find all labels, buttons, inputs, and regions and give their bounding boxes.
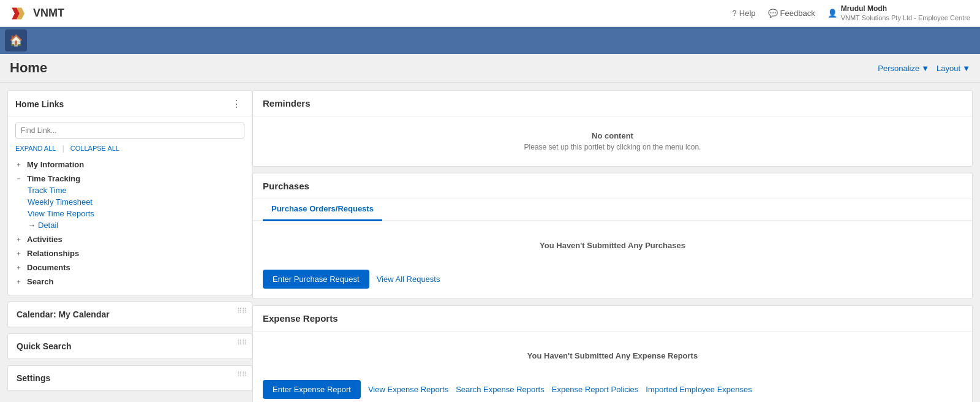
reminders-title: Reminders bbox=[263, 98, 311, 108]
tree-item-relationships-row[interactable]: ＋ Relationships bbox=[15, 248, 244, 259]
tab-purchase-orders-requests[interactable]: Purchase Orders/Requests bbox=[263, 199, 382, 221]
expand-all-button[interactable]: EXPAND ALL bbox=[15, 143, 56, 153]
calendar-title: Calendar: My Calendar bbox=[17, 309, 110, 319]
tree-sub-detail[interactable]: → Detail bbox=[28, 219, 244, 231]
tree-item-my-information-row[interactable]: ＋ My Information bbox=[15, 159, 244, 170]
page-actions: Personalize ▼ Layout ▼ bbox=[878, 64, 970, 73]
user-name: Mrudul Modh bbox=[841, 4, 970, 14]
expand-icon-activities: ＋ bbox=[15, 235, 24, 244]
sidebar: Home Links ⋮ EXPAND ALL | COLLAPSE ALL ＋… bbox=[7, 90, 252, 391]
tree-item-relationships: ＋ Relationships bbox=[15, 246, 244, 260]
nav-right: ? Help 💬 Feedback 👤 Mrudul Modh VNMT Sol… bbox=[733, 4, 970, 23]
find-link-input[interactable] bbox=[15, 123, 244, 138]
imported-employee-expenses-button[interactable]: Imported Employee Expenses bbox=[646, 385, 752, 394]
logo: VNMT bbox=[10, 4, 64, 23]
reminders-body: No content Please set up this portlet by… bbox=[253, 116, 972, 166]
enter-expense-report-button[interactable]: Enter Expense Report bbox=[263, 380, 361, 399]
reminders-no-content: No content bbox=[263, 131, 962, 140]
tree-item-label-relationships: Relationships bbox=[27, 249, 79, 258]
purchases-card: Purchases Purchase Orders/Requests You H… bbox=[252, 173, 973, 299]
feedback-button[interactable]: 💬 Feedback bbox=[768, 9, 815, 18]
expand-icon-documents: ＋ bbox=[15, 263, 24, 272]
page-header: Home Personalize ▼ Layout ▼ bbox=[0, 54, 980, 83]
user-org: VNMT Solutions Pty Ltd - Employee Centre bbox=[841, 13, 970, 22]
user-info: 👤 Mrudul Modh VNMT Solutions Pty Ltd - E… bbox=[827, 4, 970, 23]
purchases-header: Purchases bbox=[253, 173, 972, 199]
purchases-content: You Haven't Submitted Any Purchases Ente… bbox=[253, 221, 972, 298]
settings-drag-handle[interactable]: ⠿⠿ bbox=[237, 371, 247, 379]
tree-sub-link-view-time-reports[interactable]: View Time Reports bbox=[28, 208, 244, 219]
user-avatar-icon: 👤 bbox=[827, 9, 837, 18]
expense-empty-message: You Haven't Submitted Any Expense Report… bbox=[263, 341, 962, 370]
home-links-content: EXPAND ALL | COLLAPSE ALL ＋ My Informati… bbox=[8, 116, 252, 295]
enter-purchase-request-button[interactable]: Enter Purchase Request bbox=[263, 270, 369, 289]
personalize-button[interactable]: Personalize ▼ bbox=[878, 64, 929, 73]
expand-collapse-bar: EXPAND ALL | COLLAPSE ALL bbox=[15, 143, 244, 153]
help-button[interactable]: ? Help bbox=[733, 9, 756, 18]
home-links-title: Home Links bbox=[15, 99, 64, 109]
user-details: Mrudul Modh VNMT Solutions Pty Ltd - Emp… bbox=[841, 4, 970, 23]
expense-actions: Enter Expense Report View Expense Report… bbox=[263, 380, 962, 399]
tree-item-label-time-tracking: Time Tracking bbox=[27, 174, 80, 183]
quick-search-title: Quick Search bbox=[17, 341, 72, 351]
view-expense-reports-button[interactable]: View Expense Reports bbox=[368, 385, 448, 394]
reminders-card: Reminders No content Please set up this … bbox=[252, 90, 973, 167]
reminders-no-content-sub: Please set up this portlet by clicking o… bbox=[263, 143, 962, 151]
tree-item-label-search: Search bbox=[27, 277, 53, 286]
tree-item-documents-row[interactable]: ＋ Documents bbox=[15, 262, 244, 273]
logo-icon bbox=[10, 4, 29, 23]
tree-item-time-tracking: － Time Tracking Track Time Weekly Timesh… bbox=[15, 172, 244, 232]
tree-item-activities: ＋ Activities bbox=[15, 232, 244, 246]
calendar-drag-handle[interactable]: ⠿⠿ bbox=[237, 307, 247, 315]
expense-report-policies-button[interactable]: Expense Report Policies bbox=[552, 385, 639, 394]
reminders-header: Reminders bbox=[253, 91, 972, 116]
tree-item-label-my-information: My Information bbox=[27, 160, 84, 169]
tree-item-time-tracking-row[interactable]: － Time Tracking bbox=[15, 173, 244, 184]
expand-icon-relationships: ＋ bbox=[15, 249, 24, 258]
quick-search-drag-handle[interactable]: ⠿⠿ bbox=[237, 339, 247, 347]
tree-sub-items-time-tracking: Track Time Weekly Timesheet View Time Re… bbox=[15, 184, 244, 231]
collapse-all-button[interactable]: COLLAPSE ALL bbox=[70, 143, 119, 153]
page-title: Home bbox=[10, 60, 47, 76]
tree-item-label-activities: Activities bbox=[27, 235, 62, 244]
expand-icon-search: ＋ bbox=[15, 277, 24, 286]
feedback-label: Feedback bbox=[780, 9, 815, 18]
blue-bar: 🏠 bbox=[0, 27, 980, 54]
logo-text: VNMT bbox=[33, 7, 64, 20]
tree-item-my-information: ＋ My Information bbox=[15, 157, 244, 172]
layout-button[interactable]: Layout ▼ bbox=[937, 64, 970, 73]
main-content: Reminders No content Please set up this … bbox=[252, 90, 973, 402]
expand-icon-time-tracking: － bbox=[15, 174, 24, 183]
tree-sub-link-track-time[interactable]: Track Time bbox=[28, 184, 244, 196]
detail-label: Detail bbox=[38, 221, 58, 230]
tree-item-search: ＋ Search bbox=[15, 275, 244, 289]
layout-label: Layout bbox=[937, 64, 960, 73]
main-layout: Home Links ⋮ EXPAND ALL | COLLAPSE ALL ＋… bbox=[0, 83, 980, 402]
quick-search-card: ⠿⠿ Quick Search bbox=[7, 333, 252, 359]
tree-sub-link-weekly-timesheet[interactable]: Weekly Timesheet bbox=[28, 196, 244, 208]
tree-item-documents: ＋ Documents bbox=[15, 260, 244, 275]
help-icon: ? bbox=[733, 9, 737, 18]
purchases-title: Purchases bbox=[263, 181, 309, 191]
purchases-empty-message: You Haven't Submitted Any Purchases bbox=[263, 231, 962, 260]
tab-label: Purchase Orders/Requests bbox=[271, 204, 374, 213]
tree-item-search-row[interactable]: ＋ Search bbox=[15, 276, 244, 287]
expense-reports-card: Expense Reports You Haven't Submitted An… bbox=[252, 305, 973, 402]
expand-icon-my-information: ＋ bbox=[15, 160, 24, 169]
view-all-requests-button[interactable]: View All Requests bbox=[377, 275, 440, 284]
personalize-label: Personalize bbox=[878, 64, 919, 73]
top-navigation: VNMT ? Help 💬 Feedback 👤 Mrudul Modh VNM… bbox=[0, 0, 980, 27]
help-label: Help bbox=[739, 9, 756, 18]
settings-title: Settings bbox=[17, 373, 50, 383]
expand-collapse-separator: | bbox=[62, 143, 64, 153]
expense-reports-content: You Haven't Submitted Any Expense Report… bbox=[253, 332, 972, 402]
expense-reports-title: Expense Reports bbox=[263, 313, 338, 324]
home-icon: 🏠 bbox=[9, 34, 23, 47]
personalize-chevron-icon: ▼ bbox=[921, 64, 929, 73]
home-nav-button[interactable]: 🏠 bbox=[5, 29, 27, 51]
tree-item-activities-row[interactable]: ＋ Activities bbox=[15, 233, 244, 245]
search-expense-reports-button[interactable]: Search Expense Reports bbox=[456, 385, 545, 394]
arrow-right-icon: → bbox=[28, 221, 36, 230]
home-links-menu-icon[interactable]: ⋮ bbox=[229, 97, 244, 111]
purchases-tabs: Purchase Orders/Requests bbox=[253, 199, 972, 221]
